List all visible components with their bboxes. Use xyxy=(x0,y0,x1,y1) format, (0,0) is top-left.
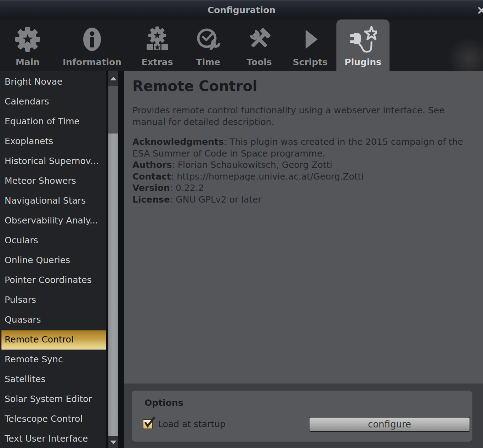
list-item-selected[interactable]: Remote Control xyxy=(1,330,106,350)
meta-contact: Contact: https://homepage.univie.ac.at/G… xyxy=(132,171,479,183)
list-item[interactable]: Quasars xyxy=(0,310,106,330)
play-icon xyxy=(296,22,324,57)
scrollbar-thumb[interactable] xyxy=(108,134,118,436)
list-item[interactable]: Meteor Showers xyxy=(0,171,106,191)
list-item[interactable]: Remote Sync xyxy=(0,350,106,369)
tab-plugins[interactable]: Plugins xyxy=(336,19,390,71)
list-item[interactable]: Navigational Stars xyxy=(0,191,106,211)
load-at-startup-label: Load at startup xyxy=(158,419,226,429)
list-item[interactable]: Solar System Editor xyxy=(0,389,106,409)
gear-boxes-icon xyxy=(143,22,171,57)
sidebar-scrollbar[interactable] xyxy=(108,71,118,448)
tab-label: Main xyxy=(16,57,40,67)
tab-information[interactable]: Information xyxy=(58,19,126,71)
plugin-meta: Acknowledgments: This plugin was created… xyxy=(132,136,479,205)
triangle-down-icon xyxy=(110,441,117,444)
options-strip: Options Load at startup configure xyxy=(124,384,483,448)
tab-label: Scripts xyxy=(293,57,328,67)
info-icon xyxy=(78,22,106,57)
tab-label: Tools xyxy=(246,57,272,67)
tab-label: Time xyxy=(196,57,221,67)
list-item[interactable]: Calendars xyxy=(0,92,106,112)
list-item[interactable]: Observability Analy... xyxy=(0,211,106,231)
plugin-description-area: Remote Control Provides remote control f… xyxy=(124,71,483,384)
plug-star-icon xyxy=(349,22,377,57)
plugin-title: Remote Control xyxy=(132,78,483,94)
plugin-description: Provides remote control functionality us… xyxy=(132,105,465,128)
meta-authors: Authors: Florian Schaukowitsch, Georg Zo… xyxy=(132,159,479,171)
list-item[interactable]: Historical Supernov... xyxy=(0,151,106,171)
checkmark-icon xyxy=(143,417,156,429)
list-item[interactable]: Telescope Control xyxy=(0,409,106,429)
meta-version: Version: 0.22.2 xyxy=(132,182,479,194)
plugin-detail-panel: Remote Control Provides remote control f… xyxy=(124,71,483,448)
scroll-down-button[interactable] xyxy=(108,436,118,448)
tab-main[interactable]: Main xyxy=(8,19,47,71)
list-item[interactable]: Pointer Coordinates xyxy=(0,270,106,290)
tab-label: Information xyxy=(63,57,121,67)
list-item[interactable]: Pulsars xyxy=(0,290,106,310)
meta-acknowledgments: Acknowledgments: This plugin was created… xyxy=(132,136,479,159)
list-item[interactable]: Online Queries xyxy=(0,250,106,270)
clock-wrench-icon xyxy=(194,22,222,57)
list-item[interactable]: Equation of Time xyxy=(0,112,106,131)
list-item[interactable]: Bright Novae xyxy=(0,72,106,92)
options-group-title: Options xyxy=(144,398,183,408)
gear-icon xyxy=(13,22,42,57)
tab-extras[interactable]: Extras xyxy=(136,19,178,71)
triangle-up-icon xyxy=(110,77,117,80)
options-groupbox: Options Load at startup configure xyxy=(132,391,472,442)
meta-license: License: GNU GPLv2 or later xyxy=(132,194,479,206)
load-at-startup-checkbox[interactable] xyxy=(143,419,153,429)
list-item[interactable]: Text User Interface xyxy=(0,429,106,448)
window-title: Configuration xyxy=(0,1,483,19)
tab-label: Extras xyxy=(141,57,173,67)
tab-tools[interactable]: Tools xyxy=(240,19,279,71)
titlebar: Configuration × xyxy=(0,0,483,19)
scroll-up-button[interactable] xyxy=(108,71,118,86)
tab-time[interactable]: Time xyxy=(189,19,228,71)
configure-button[interactable]: configure xyxy=(309,417,470,432)
tab-label: Plugins xyxy=(345,57,381,67)
tabbar: Main Information xyxy=(0,19,483,71)
list-item[interactable]: Oculars xyxy=(0,231,106,250)
plugin-list: Bright Novae Calendars Equation of Time … xyxy=(0,71,106,448)
close-icon[interactable]: × xyxy=(477,3,483,17)
hammer-wrench-icon xyxy=(245,22,273,57)
list-item[interactable]: Satellites xyxy=(0,369,106,389)
tab-scripts[interactable]: Scripts xyxy=(287,19,333,71)
list-item[interactable]: Exoplanets xyxy=(0,131,106,151)
